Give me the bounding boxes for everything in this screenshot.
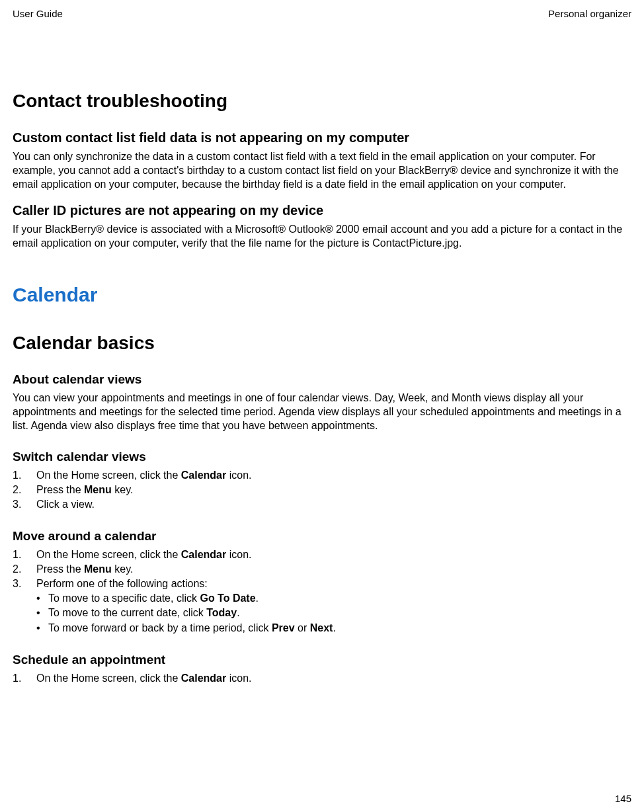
section-title-calendar-basics: Calendar basics bbox=[13, 333, 631, 354]
steps-move-around: On the Home screen, click the Calendar i… bbox=[13, 548, 631, 591]
step-text: On the Home screen, click the bbox=[36, 672, 181, 684]
header-right: Personal organizer bbox=[548, 8, 631, 19]
list-item: To move to a specific date, click Go To … bbox=[13, 591, 631, 606]
steps-schedule-appointment: On the Home screen, click the Calendar i… bbox=[13, 671, 631, 686]
step-text: Perform one of the following actions: bbox=[36, 578, 208, 589]
topic-about-calendar-views: About calendar views bbox=[13, 372, 631, 387]
list-item: To move to the current date, click Today… bbox=[13, 606, 631, 620]
step-text: Press the bbox=[36, 484, 84, 495]
list-item: On the Home screen, click the Calendar i… bbox=[13, 468, 631, 483]
body-caller-id: If your BlackBerry® device is associated… bbox=[13, 222, 631, 250]
step-text: On the Home screen, click the bbox=[36, 469, 181, 481]
list-item: Press the Menu key. bbox=[13, 483, 631, 497]
step-text: key. bbox=[112, 484, 134, 495]
page-number: 145 bbox=[615, 793, 631, 804]
step-bold: Menu bbox=[84, 484, 112, 495]
page-header: User Guide Personal organizer bbox=[13, 0, 631, 19]
topic-move-around-calendar: Move around a calendar bbox=[13, 529, 631, 544]
step-bold: Calendar bbox=[181, 672, 226, 684]
step-bold: Calendar bbox=[181, 469, 226, 481]
subsection-custom-field: Custom contact list field data is not ap… bbox=[13, 130, 631, 145]
chapter-calendar: Calendar bbox=[13, 284, 631, 306]
bullet-text: . bbox=[237, 607, 239, 618]
step-text: On the Home screen, click the bbox=[36, 549, 181, 560]
step-text: icon. bbox=[226, 672, 251, 684]
topic-switch-calendar-views: Switch calendar views bbox=[13, 450, 631, 464]
step-text: key. bbox=[112, 563, 134, 575]
section-title-contact-troubleshooting: Contact troubleshooting bbox=[13, 91, 631, 112]
bullet-text: or bbox=[295, 622, 310, 633]
bullet-bold: Go To Date bbox=[200, 592, 255, 604]
bullet-text: . bbox=[333, 622, 335, 633]
topic-schedule-appointment: Schedule an appointment bbox=[13, 653, 631, 667]
step-bold: Menu bbox=[84, 563, 112, 575]
page-content: Contact troubleshooting Custom contact l… bbox=[13, 19, 631, 686]
list-item: Click a view. bbox=[13, 497, 631, 512]
list-item: On the Home screen, click the Calendar i… bbox=[13, 548, 631, 562]
step-text: icon. bbox=[226, 469, 251, 481]
step-text: Press the bbox=[36, 563, 84, 575]
bullet-text: To move to the current date, click bbox=[48, 607, 206, 618]
bullet-bold: Today bbox=[206, 607, 237, 618]
header-left: User Guide bbox=[13, 8, 63, 19]
bullets-move-actions: To move to a specific date, click Go To … bbox=[13, 591, 631, 635]
bullet-bold: Prev bbox=[272, 622, 295, 633]
bullet-text: To move to a specific date, click bbox=[48, 592, 200, 604]
bullet-bold: Next bbox=[310, 622, 333, 633]
list-item: Perform one of the following actions: bbox=[13, 577, 631, 591]
list-item: On the Home screen, click the Calendar i… bbox=[13, 671, 631, 686]
list-item: Press the Menu key. bbox=[13, 562, 631, 577]
step-bold: Calendar bbox=[181, 549, 226, 560]
step-text: icon. bbox=[226, 549, 251, 560]
body-custom-field: You can only synchronize the data in a c… bbox=[13, 149, 631, 191]
step-text: Click a view. bbox=[36, 499, 95, 510]
list-item: To move forward or back by a time period… bbox=[13, 621, 631, 635]
steps-switch-views: On the Home screen, click the Calendar i… bbox=[13, 468, 631, 512]
subsection-caller-id: Caller ID pictures are not appearing on … bbox=[13, 203, 631, 218]
body-about-calendar-views: You can view your appointments and meeti… bbox=[13, 391, 631, 432]
bullet-text: To move forward or back by a time period… bbox=[48, 622, 272, 633]
bullet-text: . bbox=[256, 592, 259, 604]
